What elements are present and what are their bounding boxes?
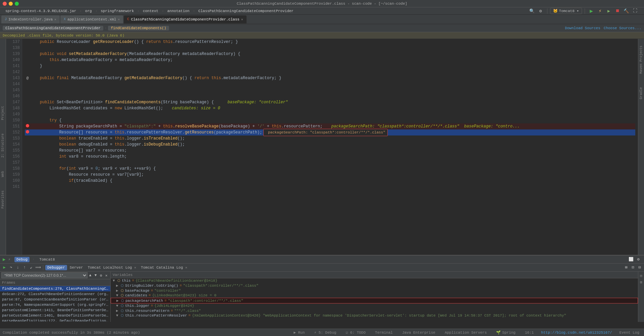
settings-panel-btn[interactable]: ⚙: [635, 257, 641, 263]
close-button[interactable]: [3, 2, 7, 6]
code-line-143: @ public final MetadataReaderFactory get…: [25, 75, 635, 81]
separator2: [585, 8, 585, 14]
spring-status-btn[interactable]: 🌱 Spring: [494, 330, 518, 335]
java-enterprise-status-btn[interactable]: Java Enterprise: [400, 330, 437, 335]
variable-basepackage[interactable]: ▶ ⬡ basePackage = "controller": [111, 288, 638, 293]
event-log-btn[interactable]: Event Log: [618, 330, 641, 335]
run-to-cursor-btn[interactable]: ↙: [28, 265, 34, 271]
menubar-item-springframework[interactable]: springframework: [98, 8, 137, 14]
frame-item[interactable]: parseCustomElement:1401, BeanDefinitionP…: [0, 313, 110, 318]
debug-icon[interactable]: ⚡: [596, 7, 604, 15]
tab-close[interactable]: ✕: [134, 266, 136, 270]
debug-tab[interactable]: Debug: [14, 257, 30, 262]
code-line-147: public Set<BeanDefinition> findCandidate…: [25, 99, 635, 105]
todo-status-btn[interactable]: ☑ 6: TODO: [344, 330, 368, 335]
menubar-item-annotation[interactable]: annotation: [165, 8, 192, 14]
window-controls: [3, 2, 19, 6]
expand-icon[interactable]: ⛶: [631, 7, 639, 15]
debug-toolbar: ▶ ⚡ Debug · Tomcat8 ⬜ ⚙: [0, 256, 644, 264]
variable-packagesearchpath[interactable]: ▶ ⬡ packageSearchPath = "classpath*:cont…: [111, 298, 638, 303]
code-line-145: [25, 87, 635, 93]
tab-application-context[interactable]: X applicationContext.xml ✕: [60, 15, 123, 23]
tab-index-controller[interactable]: J IndexController.java ✕: [1, 15, 60, 23]
tomcat-tab[interactable]: Tomcat8: [37, 257, 57, 262]
evaluate-btn[interactable]: ⟹: [35, 265, 41, 271]
breakpoint-indicator: [26, 130, 29, 133]
code-line-161: [25, 184, 635, 190]
resume-btn[interactable]: ▶: [1, 265, 7, 271]
restore-icon[interactable]: ⊟: [639, 273, 644, 278]
localhost-log-tab[interactable]: Tomcat Localhost Log ✕: [86, 265, 138, 270]
project-tab[interactable]: Project: [1, 106, 5, 120]
minimize-button[interactable]: [9, 2, 13, 6]
web-tab[interactable]: Web: [1, 171, 5, 177]
gradle-tab[interactable]: Gradle: [639, 87, 643, 99]
frame-item[interactable]: findCandidateComponents:278, ClassPathSc…: [0, 286, 110, 291]
panel-btn2[interactable]: ⊡: [630, 265, 636, 271]
variable-candidates[interactable]: ▼ ⬡ candidates = {LinkedHashSet@3423} si…: [111, 293, 638, 298]
tab-close[interactable]: ✕: [185, 266, 187, 270]
tab-close-icon[interactable]: ✕: [241, 17, 243, 21]
breadcrumb-method[interactable]: findCandidateComponents(): [108, 26, 169, 31]
coverage-icon[interactable]: ▶: [605, 7, 612, 15]
menubar-item-org[interactable]: org: [83, 8, 95, 14]
tab-close-icon[interactable]: ✕: [54, 17, 56, 21]
code-line-140: this.metadataReaderFactory = metadataRea…: [25, 57, 635, 63]
breadcrumb-class[interactable]: ClassPathScanningCandidateComponentProvi…: [3, 26, 103, 31]
tab-close-icon[interactable]: ✕: [118, 17, 120, 21]
frame-item[interactable]: parse:74, NamespaceHandlerSupport (org.s…: [0, 302, 110, 307]
variable-stringbuilder[interactable]: ▶ ⬡ StringBuilder.toString() = "classpat…: [111, 283, 638, 288]
panel-btn3[interactable]: ⊟: [637, 265, 643, 271]
maven-tab[interactable]: Maven Projects: [639, 46, 643, 74]
variable-this[interactable]: ▼ ⬡ this = {ClassPathBeanDefinitionScann…: [111, 278, 638, 283]
panel-btn1[interactable]: ⊞: [623, 265, 629, 271]
tomcat-selector[interactable]: 🐱 Tomcat8 ▾: [550, 8, 582, 14]
variable-resourcepatternresolver[interactable]: ▼ ⬡ this.resourcePatternResolver = {XmlW…: [111, 313, 638, 318]
download-sources-link[interactable]: Download Sources: [565, 26, 600, 30]
structure-tab[interactable]: 2: Structure: [1, 133, 5, 158]
step-out-btn[interactable]: ↑: [21, 265, 28, 271]
debugger-inner-tab[interactable]: Debugger: [45, 265, 67, 270]
position-indicator: 16:1: [523, 330, 536, 335]
stop-icon[interactable]: ⏹: [614, 7, 621, 15]
frame-item[interactable]: parseBeanDefinitions:172, DefaultBeanDef…: [0, 318, 110, 322]
variables-panel: Variables ▼ ⬡ this = {ClassPathBeanDefin…: [111, 272, 638, 322]
code-line-152: Resource[] resources = this.resourcePatt…: [25, 129, 635, 135]
resume-icon[interactable]: ▶: [3, 257, 5, 262]
frames-up-btn[interactable]: ▲: [88, 273, 93, 278]
menubar: spring-context-4.3.9.RELEASE.jar › org ›…: [0, 7, 644, 15]
filter-icon[interactable]: ⊞: [639, 279, 644, 285]
frames-down-btn[interactable]: ▼: [93, 273, 98, 278]
terminal-status-btn[interactable]: Terminal: [373, 330, 395, 335]
server-inner-tab[interactable]: Server: [68, 265, 85, 270]
step-over-btn[interactable]: ↷: [8, 265, 14, 271]
settings-icon[interactable]: ⚙: [537, 7, 544, 15]
run-icon[interactable]: ▶: [588, 7, 595, 15]
frame-item[interactable]: parse:87, ComponentScanBeanDefinitionPar…: [0, 297, 110, 302]
maximize-button[interactable]: [15, 2, 19, 6]
frame-item[interactable]: doScan:272, ClassPathBeanDefinitionScann…: [0, 291, 110, 297]
maximize-panel-btn[interactable]: ⬜: [628, 257, 634, 263]
debug-status-btn[interactable]: ⚡ 5: Debug: [312, 330, 338, 335]
catalina-log-tab[interactable]: Tomcat Catalina Log ✕: [139, 265, 189, 270]
menubar-item-class[interactable]: ClassPathScanningCandidateComponentProvi…: [196, 8, 296, 14]
menubar-item-context[interactable]: context: [140, 8, 161, 14]
thread-selector[interactable]: *RMI TCP Connection(2)-127.0.0.1*...: [1, 272, 88, 278]
variable-logger[interactable]: ▼ ⬡ this.logger = {Jdk14Logger@3424}: [111, 303, 638, 308]
choose-sources-link[interactable]: Choose Sources...: [604, 26, 641, 30]
run-status-btn[interactable]: ▶ Run: [292, 330, 307, 335]
frames-settings-btn[interactable]: ⚙: [98, 273, 104, 278]
code-editor[interactable]: 137 138 139 140 141 142 143 144 145 146 …: [6, 39, 638, 255]
step-into-btn[interactable]: ↓: [15, 265, 21, 271]
frames-panel: *RMI TCP Connection(2)-127.0.0.1*... ▲ ▼…: [0, 272, 111, 322]
menubar-item-jar[interactable]: spring-context-4.3.9.RELEASE.jar: [3, 8, 79, 14]
tab-classpathscanning[interactable]: C ClassPathScanningCandidateComponentPro…: [124, 15, 247, 23]
favorites-tab[interactable]: Favorites: [1, 190, 5, 209]
frames-close-btn[interactable]: ✕: [104, 273, 109, 278]
variable-resourcepattern[interactable]: ▶ ⬡ this.resourcePattern = "**/*.class": [111, 308, 638, 313]
frame-item[interactable]: parseCustomElement:1411, BeanDefinitionP…: [0, 307, 110, 313]
search-icon[interactable]: 🔍: [528, 7, 536, 15]
app-servers-status-btn[interactable]: Application Servers: [443, 330, 489, 335]
code-line-155: Resource[] var7 = resources;: [25, 148, 635, 154]
build-icon[interactable]: 🔨: [623, 7, 630, 15]
